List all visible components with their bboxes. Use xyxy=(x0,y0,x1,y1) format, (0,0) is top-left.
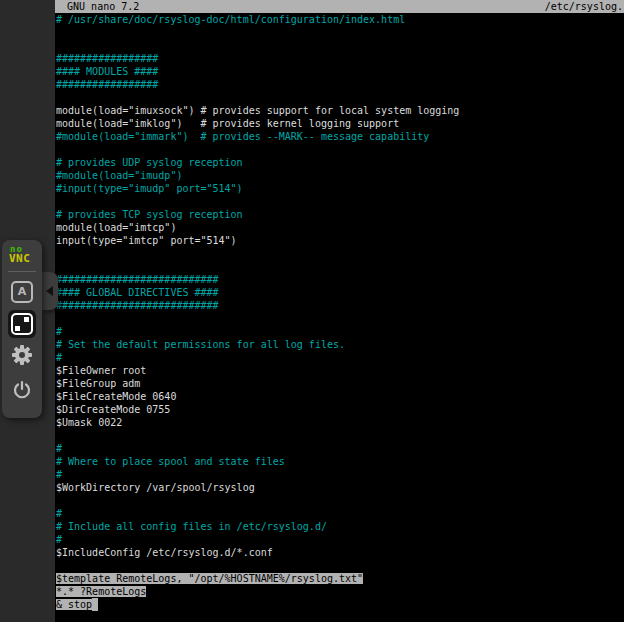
fullscreen-button[interactable] xyxy=(8,310,36,338)
editor-line: # provides TCP syslog reception xyxy=(56,208,624,221)
editor-line: # xyxy=(56,468,624,481)
novnc-logo: no VNC xyxy=(9,245,30,264)
editor-line: module(load="imtcp") xyxy=(56,221,624,234)
gear-icon xyxy=(11,344,33,366)
nano-titlebar: GNU nano 7.2 /etc/rsyslog. xyxy=(55,0,624,13)
editor-line xyxy=(56,494,624,507)
editor-line: $FileOwner root xyxy=(56,364,624,377)
editor-line xyxy=(56,39,624,52)
power-icon xyxy=(12,380,32,400)
disconnect-button[interactable] xyxy=(12,380,32,400)
editor-line xyxy=(56,195,624,208)
editor-line: $FileGroup adm xyxy=(56,377,624,390)
editor-line: # xyxy=(56,325,624,338)
editor-line: #### GLOBAL DIRECTIVES #### xyxy=(56,286,624,299)
settings-button[interactable] xyxy=(11,344,33,366)
nano-editor-area[interactable]: # /usr/share/doc/rsyslog-doc/html/config… xyxy=(55,13,624,611)
editor-line xyxy=(56,26,624,39)
editor-line: $IncludeConfig /etc/rsyslog.d/*.conf xyxy=(56,546,624,559)
toolbar-divider xyxy=(8,271,36,272)
editor-line: $FileCreateMode 0640 xyxy=(56,390,624,403)
editor-line: module(load="imuxsock") # provides suppo… xyxy=(56,104,624,117)
editor-line xyxy=(56,247,624,260)
collapse-arrow-icon xyxy=(46,286,53,296)
editor-line: module(load="imklog") # provides kernel … xyxy=(56,117,624,130)
editor-line xyxy=(56,260,624,273)
editor-line xyxy=(56,312,624,325)
editor-line: # /usr/share/doc/rsyslog-doc/html/config… xyxy=(56,13,624,26)
novnc-control-bar: no VNC A xyxy=(2,240,42,418)
keyboard-button[interactable]: A xyxy=(11,281,33,303)
editor-line: #input(type="imudp" port="514") xyxy=(56,182,624,195)
editor-line: #module(load="imudp") xyxy=(56,169,624,182)
editor-line: ########################### xyxy=(56,299,624,312)
editor-line: # Include all config files in /etc/rsysl… xyxy=(56,520,624,533)
editor-line: *.* ?RemoteLogs xyxy=(56,585,624,598)
editor-line xyxy=(56,559,624,572)
editor-line: # xyxy=(56,533,624,546)
editor-line: ########################### xyxy=(56,273,624,286)
keyboard-a-icon: A xyxy=(18,285,27,298)
editor-line: ################# xyxy=(56,78,624,91)
editor-line xyxy=(56,91,624,104)
terminal-window: GNU nano 7.2 /etc/rsyslog. # /usr/share/… xyxy=(55,0,624,622)
editor-line xyxy=(56,429,624,442)
novnc-logo-vnc: VNC xyxy=(9,253,30,264)
editor-line xyxy=(56,143,624,156)
editor-line: # xyxy=(56,507,624,520)
editor-line: # xyxy=(56,442,624,455)
nano-version-label: GNU nano 7.2 xyxy=(55,0,139,13)
editor-line: $WorkDirectory /var/spool/rsyslog xyxy=(56,481,624,494)
nano-filename-label: /etc/rsyslog. xyxy=(545,0,623,13)
editor-line: #### MODULES #### xyxy=(56,65,624,78)
editor-line: & stop xyxy=(56,598,624,611)
editor-line: $Umask 0022 xyxy=(56,416,624,429)
editor-line: # xyxy=(56,351,624,364)
editor-line: input(type="imtcp" port="514") xyxy=(56,234,624,247)
editor-line: #module(load="immark") # provides --MARK… xyxy=(56,130,624,143)
text-cursor xyxy=(92,598,98,611)
editor-line: $DirCreateMode 0755 xyxy=(56,403,624,416)
editor-line: ################# xyxy=(56,52,624,65)
editor-line: # Where to place spool and state files xyxy=(56,455,624,468)
editor-line: # provides UDP syslog reception xyxy=(56,156,624,169)
control-bar-handle[interactable] xyxy=(42,272,58,310)
editor-line: # Set the default permissions for all lo… xyxy=(56,338,624,351)
fullscreen-icon xyxy=(11,313,33,335)
editor-line: $template RemoteLogs, "/opt/%HOSTNAME%/r… xyxy=(56,572,624,585)
